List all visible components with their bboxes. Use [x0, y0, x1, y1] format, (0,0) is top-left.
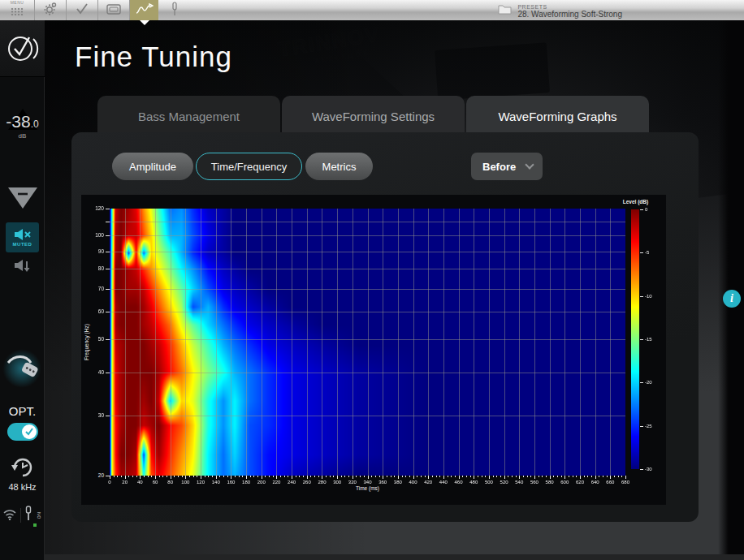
- x-tick-label: 320: [344, 480, 361, 485]
- dim-button[interactable]: [0, 254, 45, 277]
- x-tick-mark: [512, 476, 513, 477]
- x-tick-mark: [436, 476, 437, 477]
- x-tick-label: 280: [314, 480, 330, 485]
- colorbar-canvas: [631, 209, 639, 469]
- x-tick-mark: [614, 476, 615, 477]
- x-tick-mark: [409, 476, 410, 477]
- x-tick-mark: [151, 476, 152, 477]
- checkmark-icon: [75, 3, 89, 18]
- y-tick-mark: [106, 209, 110, 209]
- optimizer-toggle[interactable]: [7, 423, 38, 441]
- x-tick-mark: [262, 476, 262, 479]
- tab-waveforming-settings[interactable]: WaveForming Settings: [282, 96, 465, 136]
- x-tick-mark: [353, 476, 353, 479]
- x-tick-mark: [542, 476, 543, 477]
- x-tick-label: 580: [542, 480, 558, 485]
- x-tick-mark: [364, 476, 365, 477]
- mute-button[interactable]: MUTED: [6, 222, 39, 252]
- x-tick-mark: [344, 476, 345, 477]
- mic-plug-icon[interactable]: [24, 506, 32, 525]
- left-sidebar: -38.0 dB MUTED: [0, 20, 45, 560]
- x-tick-label: 40: [132, 480, 148, 485]
- x-tick-mark: [246, 476, 247, 479]
- x-tick-mark: [314, 476, 315, 477]
- x-tick-label: 200: [253, 480, 270, 485]
- x-tick-label: 140: [208, 480, 224, 485]
- dropdown-value: Before: [482, 161, 526, 173]
- x-tick-mark: [303, 476, 304, 477]
- sync-clock-icon: [10, 454, 36, 480]
- microphone-button[interactable]: [158, 0, 190, 20]
- x-tick-mark: [534, 476, 535, 479]
- sample-rate-sync-button[interactable]: [0, 454, 45, 480]
- mic-on-label: ON: [37, 512, 41, 519]
- view-button-amplitude[interactable]: Amplitude: [112, 153, 193, 180]
- gear-icon: [43, 2, 58, 19]
- x-tick-mark: [587, 476, 588, 477]
- waveforming-curve-icon: [136, 3, 154, 18]
- presets-selector[interactable]: PRESETS 28. Waveforming Soft-Strong: [498, 0, 744, 20]
- volume-down-button[interactable]: [0, 184, 45, 212]
- x-tick-mark: [394, 476, 395, 477]
- x-tick-mark: [489, 476, 490, 479]
- x-tick-label: 560: [526, 480, 543, 485]
- x-tick-label: 180: [238, 480, 254, 485]
- x-tick-label: 680: [617, 480, 634, 485]
- wifi-icon[interactable]: [2, 508, 17, 523]
- x-tick-mark: [250, 476, 251, 477]
- view-button-time-frequency[interactable]: Time/Frequency: [196, 153, 302, 180]
- x-tick-mark: [193, 476, 194, 477]
- x-tick-mark: [284, 476, 285, 477]
- view-button-metrics[interactable]: Metrics: [305, 153, 373, 180]
- spectrogram-canvas: [110, 209, 625, 476]
- x-tick-mark: [485, 476, 486, 477]
- audio-input-button[interactable]: [0, 351, 45, 387]
- y-tick-label: 70: [83, 286, 104, 291]
- y-tick-label: 50: [83, 336, 104, 342]
- y-tick-label: 80: [83, 265, 104, 271]
- x-tick-label: 420: [420, 480, 436, 485]
- x-tick-mark: [564, 476, 565, 479]
- mic-on-indicator: [33, 523, 37, 527]
- waveforming-tab-button-active[interactable]: [130, 0, 158, 20]
- x-tick-mark: [219, 476, 220, 477]
- x-tick-mark: [391, 476, 391, 477]
- x-tick-mark: [292, 476, 292, 479]
- x-tick-label: 660: [602, 480, 618, 485]
- y-tick-label: 90: [83, 248, 104, 254]
- menu-button[interactable]: MENU: [0, 0, 35, 20]
- colorbar-tick-mark: [640, 252, 643, 253]
- x-tick-mark: [167, 476, 167, 477]
- settings-button[interactable]: [35, 0, 67, 20]
- colorbar-tick-mark: [640, 382, 643, 383]
- optimizer-label: OPT.: [0, 404, 45, 418]
- info-button[interactable]: i: [723, 290, 741, 308]
- x-tick-label: 80: [162, 480, 179, 485]
- x-tick-mark: [546, 476, 547, 477]
- x-tick-mark: [227, 476, 228, 477]
- y-tick-mark: [106, 235, 110, 236]
- active-tab-pointer: [140, 20, 149, 25]
- x-tick-mark: [561, 476, 562, 477]
- tab-waveforming-graphs[interactable]: WaveForming Graphs: [466, 96, 649, 136]
- y-tick-label: 40: [83, 369, 104, 375]
- x-tick-mark: [322, 476, 322, 479]
- x-tick-mark: [496, 476, 497, 477]
- x-tick-mark: [341, 476, 342, 477]
- tab-bass-management[interactable]: Bass Management: [97, 96, 280, 136]
- y-tick-mark: [106, 222, 110, 222]
- x-tick-label: 300: [329, 480, 345, 485]
- x-tick-mark: [523, 476, 524, 477]
- x-tick-label: 120: [192, 480, 209, 485]
- x-tick-mark: [621, 476, 622, 477]
- x-tick-mark: [205, 476, 205, 477]
- x-tick-mark: [121, 476, 122, 477]
- before-after-dropdown[interactable]: Before: [471, 153, 543, 180]
- x-tick-mark: [557, 476, 558, 477]
- x-tick-mark: [253, 476, 254, 477]
- x-tick-mark: [296, 476, 296, 477]
- display-button[interactable]: [98, 0, 130, 20]
- calibration-check-button[interactable]: [67, 0, 98, 20]
- x-tick-mark: [117, 476, 118, 477]
- trinnov-logo[interactable]: [0, 20, 45, 77]
